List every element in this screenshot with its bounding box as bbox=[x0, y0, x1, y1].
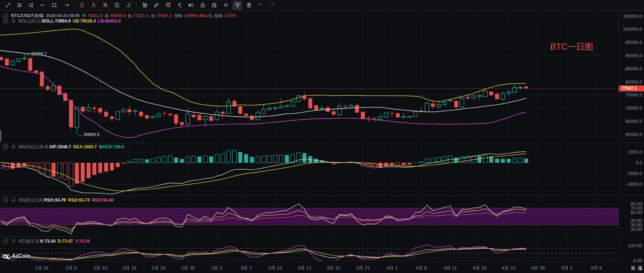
aicoin-logo-mark bbox=[3, 252, 11, 260]
axis-tick-label: 0.0 bbox=[636, 160, 642, 165]
horizontal-ray-icon bbox=[40, 3, 45, 8]
chips-button[interactable]: 筹 bbox=[631, 265, 635, 272]
brush-dots-tool[interactable] bbox=[61, 1, 71, 10]
redo-icon bbox=[270, 3, 275, 8]
horizontal-ray-tool[interactable] bbox=[38, 1, 47, 10]
date-tick-label: 2月 5 bbox=[66, 265, 77, 270]
kline-stats-tool[interactable] bbox=[187, 1, 196, 10]
zoom-icon bbox=[165, 3, 171, 8]
date-tick-label: 4月 6 bbox=[416, 265, 427, 270]
magnet-icon bbox=[223, 3, 228, 8]
date-tick-label: 4月 16 bbox=[473, 265, 486, 270]
filter-tool[interactable] bbox=[233, 1, 242, 10]
horizontal-levels-tool[interactable] bbox=[15, 1, 24, 10]
date-tick-label: 1月 31 bbox=[35, 265, 49, 270]
redo-tool[interactable] bbox=[267, 1, 277, 10]
axis-tick-label: 95000.0 bbox=[625, 40, 642, 45]
date-tick-label: 4月 1 bbox=[386, 265, 397, 270]
date-tick-label: 3月 22 bbox=[327, 265, 340, 270]
kline-stats-icon bbox=[188, 3, 194, 8]
cn-large-tool[interactable]: 大 bbox=[89, 1, 98, 10]
last-price-badge: 77547.1 bbox=[619, 85, 644, 91]
watermark-title: BTC一日图 bbox=[550, 41, 593, 53]
axis-tick-label: 60000.0 bbox=[625, 132, 642, 137]
axis-tick-label: 0.00 bbox=[633, 258, 642, 263]
date-tick-label: 3月 7 bbox=[241, 265, 252, 270]
brush-dots-icon bbox=[63, 3, 69, 8]
filter-icon bbox=[235, 3, 240, 8]
ruler-icon bbox=[154, 3, 159, 8]
sidebar-collapse-handle[interactable] bbox=[0, 130, 1, 142]
cn-main-tool[interactable]: 主 bbox=[77, 1, 87, 10]
trash-tool[interactable] bbox=[244, 1, 254, 10]
liquidation-button[interactable]: 爆 bbox=[638, 265, 643, 272]
trend-line-icon bbox=[5, 3, 11, 8]
rectangle-icon bbox=[52, 3, 57, 8]
date-tick-label: 4月 26 bbox=[531, 265, 545, 270]
edit-box-icon bbox=[114, 3, 120, 8]
trading-chart-app: 主大筹 BTC/USDT永续 2026-04-24 08:00 开 78211.… bbox=[0, 0, 644, 273]
ruler-tool[interactable] bbox=[152, 1, 161, 10]
low-annotation: ← 59900.5 bbox=[78, 132, 100, 137]
axis-tick-label: 20.00 bbox=[630, 227, 642, 232]
cn-large-label: 大 bbox=[91, 2, 96, 9]
toolbar-separator bbox=[74, 3, 74, 8]
date-tick-label: 2月 15 bbox=[123, 265, 136, 270]
axis-tick-label: 80000.0 bbox=[625, 79, 642, 85]
date-tick-label: 4月 11 bbox=[444, 265, 457, 270]
date-tick-label: 3月 27 bbox=[356, 265, 370, 270]
high-annotation: ← 90566.7 bbox=[26, 51, 47, 56]
axis-tick-label: 75000.0 bbox=[625, 92, 642, 98]
bookmark-icon bbox=[142, 3, 147, 8]
date-tick-label: 3月 17 bbox=[298, 265, 311, 270]
corner-buttons: 筹 爆 bbox=[631, 265, 643, 272]
aicoin-logo-text: AiCoin bbox=[12, 253, 31, 259]
note-edit-icon bbox=[212, 3, 217, 8]
axis-tick-label: 100000.0 bbox=[623, 26, 642, 32]
date-tick-label: 3月 12 bbox=[268, 265, 282, 270]
parallel-lines-icon bbox=[28, 3, 34, 8]
axis-tick-label: -2000.0 bbox=[626, 171, 642, 176]
axis-tick-label: 105000.0 bbox=[623, 14, 642, 19]
axis-tick-label: 60.00 bbox=[630, 210, 642, 215]
horizontal-levels-icon bbox=[17, 3, 22, 8]
lock-open-tool[interactable] bbox=[198, 1, 207, 10]
trash-icon bbox=[246, 3, 252, 8]
trend-arrows-icon bbox=[126, 3, 131, 8]
pencil-draw-tool[interactable] bbox=[175, 1, 184, 10]
axis-tick-label: 65000.0 bbox=[625, 119, 642, 124]
axis-tick-label: 100.00 bbox=[628, 243, 642, 248]
date-tick-label: 3月 2 bbox=[211, 265, 222, 270]
axis-tick-label: 85000.0 bbox=[625, 66, 642, 71]
axis-tick-label: 2000.0 bbox=[628, 149, 642, 155]
note-edit-tool[interactable] bbox=[210, 1, 219, 10]
date-tick-label: 4月 21 bbox=[502, 265, 515, 270]
cn-chips-tool[interactable]: 筹 bbox=[101, 1, 110, 10]
axis-tick-label: 90000.0 bbox=[625, 53, 642, 58]
date-tick-label: 5月 1 bbox=[561, 265, 572, 270]
axis-tick-label: -4000.0 bbox=[626, 182, 642, 187]
date-tick-label: 2月 25 bbox=[181, 265, 195, 270]
undo-tool[interactable] bbox=[256, 1, 265, 10]
cn-chips-label: 筹 bbox=[103, 2, 108, 9]
lock-open-icon bbox=[200, 3, 205, 8]
toolbar-separator bbox=[136, 3, 137, 8]
date-tick-label: 2月 10 bbox=[93, 265, 107, 270]
undo-icon bbox=[258, 3, 263, 8]
edit-box-tool[interactable] bbox=[112, 1, 122, 10]
bookmark-tool[interactable] bbox=[140, 1, 149, 10]
chart-canvas[interactable] bbox=[0, 11, 644, 273]
aicoin-logo: AiCoin bbox=[3, 252, 31, 260]
date-tick-label: 2月 20 bbox=[152, 265, 165, 270]
axis-tick-label: 70000.0 bbox=[625, 105, 642, 111]
cn-main-label: 主 bbox=[79, 2, 84, 9]
pencil-draw-icon bbox=[177, 3, 182, 8]
drawing-toolbar: 主大筹 bbox=[0, 0, 644, 11]
trend-line-tool[interactable] bbox=[3, 1, 13, 10]
trend-arrows-tool[interactable] bbox=[124, 1, 133, 10]
parallel-lines-tool[interactable] bbox=[26, 1, 36, 10]
rectangle-tool[interactable] bbox=[50, 1, 59, 10]
date-tick-label: 5月 6 bbox=[591, 265, 602, 270]
zoom-tool[interactable] bbox=[163, 1, 173, 10]
magnet-tool[interactable] bbox=[221, 1, 231, 10]
